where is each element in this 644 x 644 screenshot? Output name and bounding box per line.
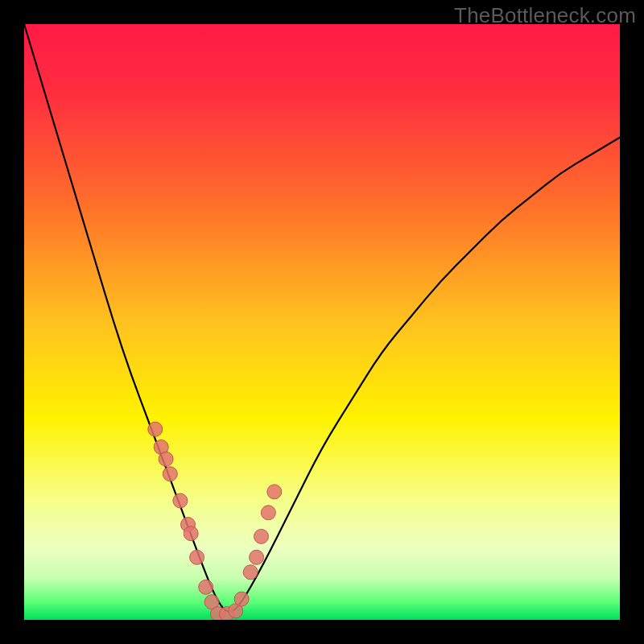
data-marker xyxy=(199,580,213,594)
data-marker xyxy=(148,422,163,436)
data-marker xyxy=(254,529,269,543)
data-marker xyxy=(163,467,177,481)
data-marker xyxy=(159,452,173,466)
data-marker xyxy=(243,565,258,580)
chart-plot xyxy=(24,24,620,620)
data-marker xyxy=(184,526,198,541)
data-marker xyxy=(250,550,264,564)
data-marker xyxy=(173,493,188,508)
data-marker xyxy=(190,550,204,564)
data-marker xyxy=(267,485,282,499)
chart-frame: TheBottleneck.com xyxy=(0,0,644,644)
data-marker xyxy=(261,506,275,520)
data-marker xyxy=(234,592,249,606)
